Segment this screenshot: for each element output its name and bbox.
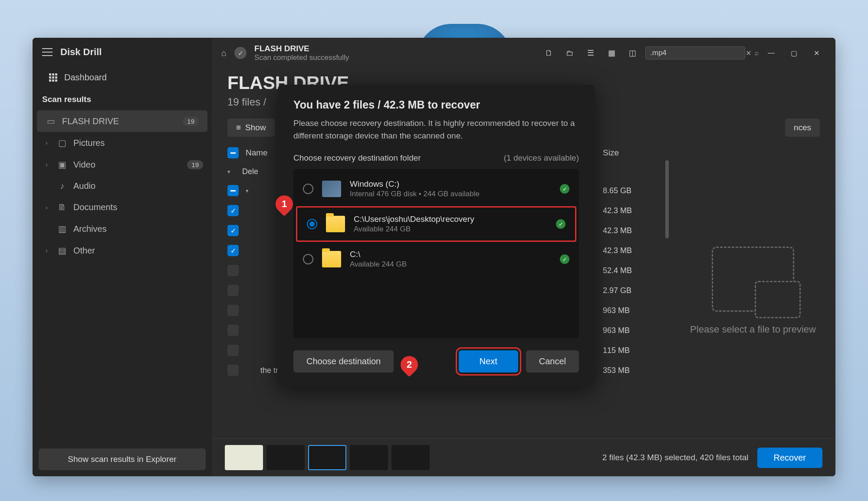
destination-item-windows-c[interactable]: Windows (C:) Internal 476 GB disk • 244 … — [293, 172, 579, 205]
list-icon[interactable]: ☰ — [583, 45, 598, 61]
checkbox[interactable] — [227, 305, 239, 316]
sidebar-item-pictures[interactable]: › ▢ Pictures — [33, 132, 212, 154]
devices-available: (1 devices available) — [504, 153, 579, 163]
sidebar-item-flash-drive[interactable]: ▭ FLASH DRIVE 19 — [37, 110, 207, 132]
size-cell: 42.3 MB — [603, 206, 655, 215]
checkbox[interactable]: ✓ — [227, 225, 239, 236]
sidebar-item-audio[interactable]: ♪ Audio — [33, 175, 212, 197]
search-input[interactable] — [650, 49, 742, 57]
audio-icon: ♪ — [57, 181, 67, 191]
bottom-bar: 2 files (42.3 MB) selected, 420 files to… — [212, 438, 835, 476]
show-results-button[interactable]: Show scan results in Explorer — [39, 448, 206, 470]
modal-buttons: Choose destination Next Cancel — [293, 350, 579, 372]
checkbox[interactable]: ✓ — [227, 245, 239, 256]
thumbnail[interactable] — [391, 445, 430, 470]
selection-status: 2 files (42.3 MB) selected, 420 files to… — [602, 453, 749, 462]
folder-icon — [326, 216, 345, 232]
sidebar-item-other[interactable]: › ▤ Other — [33, 240, 212, 261]
modal-description: Please choose recovery destination. It i… — [293, 117, 579, 142]
destination-header: Choose recovery destination folder (1 de… — [293, 153, 579, 163]
sidebar-header: Disk Drill — [33, 38, 212, 66]
sidebar-item-label: Audio — [73, 181, 95, 191]
size-cell: 2.97 GB — [603, 286, 655, 295]
cancel-button[interactable]: Cancel — [526, 350, 579, 372]
show-filter-button[interactable]: ≡Show — [227, 119, 275, 137]
window-controls: — ▢ ✕ — [762, 45, 826, 61]
checkbox[interactable] — [227, 185, 239, 196]
sidebar-item-video[interactable]: › ▣ Video 19 — [33, 154, 212, 175]
panel-icon[interactable]: ◫ — [625, 45, 640, 61]
checkbox[interactable] — [227, 285, 239, 296]
disk-icon — [322, 181, 341, 197]
search-icon[interactable]: ⌕ — [755, 49, 759, 57]
chances-button[interactable]: nces — [785, 119, 820, 137]
drive-status: Scan completed successfully — [254, 53, 533, 62]
checkbox-all[interactable] — [227, 147, 239, 158]
next-button[interactable]: Next — [459, 350, 518, 372]
file-icon[interactable]: 🗋 — [541, 45, 557, 61]
chevron-right-icon: › — [46, 139, 51, 146]
destination-item-recovery-folder[interactable]: C:\Users\joshu\Desktop\recovery Availabl… — [296, 206, 576, 242]
thumbnail[interactable] — [266, 445, 305, 470]
folder-icon — [322, 251, 341, 267]
badge: 19 — [187, 160, 203, 169]
section-title: Scan results — [33, 89, 212, 110]
chevron-down-icon[interactable]: ▾ — [227, 168, 235, 175]
home-icon[interactable]: ⌂ — [221, 48, 227, 58]
thumbnail[interactable] — [225, 445, 263, 470]
preview-placeholder-icon — [712, 247, 794, 312]
search-box[interactable]: ✕ ⌕ — [645, 46, 745, 59]
clear-icon[interactable]: ✕ — [746, 49, 751, 57]
size-cell: 8.65 GB — [603, 186, 655, 195]
destination-sub: Available 244 GB — [354, 225, 547, 234]
choose-label: Choose recovery destination folder — [293, 153, 421, 163]
sidebar-item-documents[interactable]: › 🗎 Documents — [33, 197, 212, 218]
destination-sub: Available 244 GB — [350, 260, 551, 269]
checkbox[interactable]: ✓ — [227, 205, 239, 216]
minimize-button[interactable]: — — [762, 45, 781, 61]
archive-icon: ▥ — [57, 224, 67, 234]
destination-item-c-root[interactable]: C:\ Available 244 GB ✓ — [293, 243, 579, 276]
thumbnail-selected[interactable] — [308, 445, 346, 470]
checkbox[interactable] — [227, 345, 239, 356]
radio-button-selected[interactable] — [307, 219, 317, 229]
thumbnail[interactable] — [350, 445, 388, 470]
recover-button[interactable]: Recover — [757, 448, 822, 468]
col-size[interactable]: Size — [603, 148, 655, 158]
scrollbar[interactable] — [665, 160, 669, 238]
close-button[interactable]: ✕ — [807, 45, 826, 61]
badge: 19 — [183, 117, 199, 126]
app-title: Disk Drill — [60, 46, 102, 58]
check-icon: ✓ — [560, 184, 569, 194]
callout-number: 2 — [407, 359, 412, 370]
other-icon: ▤ — [57, 245, 67, 256]
preview-panel: Please select a file to preview — [671, 143, 835, 438]
grid-icon[interactable]: ▦ — [604, 45, 619, 61]
checkbox[interactable] — [227, 265, 239, 276]
thumbnails — [225, 445, 430, 470]
checkbox[interactable] — [227, 365, 239, 376]
dashboard-icon — [49, 73, 57, 82]
radio-button[interactable] — [303, 184, 313, 194]
destination-sub: Internal 476 GB disk • 244 GB available — [350, 190, 551, 198]
choose-destination-button[interactable]: Choose destination — [293, 350, 394, 372]
dashboard-link[interactable]: Dashboard — [33, 66, 212, 89]
check-icon: ✓ — [560, 254, 569, 264]
doc-icon: 🗎 — [57, 202, 67, 212]
sidebar-item-archives[interactable]: ▥ Archives — [33, 218, 212, 240]
checkbox[interactable] — [227, 325, 239, 336]
status-check-icon: ✓ — [234, 47, 247, 59]
video-icon: ▣ — [57, 159, 67, 170]
size-cell: 963 MB — [603, 306, 655, 315]
chevron-down-icon[interactable]: ▾ — [246, 188, 253, 194]
chevron-right-icon: › — [46, 161, 51, 168]
chevron-right-icon: › — [46, 204, 51, 211]
radio-button[interactable] — [303, 254, 313, 264]
destination-list: Windows (C:) Internal 476 GB disk • 244 … — [293, 169, 579, 338]
sidebar-item-label: Pictures — [73, 138, 105, 148]
hamburger-icon[interactable] — [42, 48, 53, 56]
recovery-modal: You have 2 files / 42.3 MB to recover Pl… — [278, 85, 595, 386]
sidebar-item-label: Other — [73, 246, 95, 256]
maximize-button[interactable]: ▢ — [784, 45, 803, 61]
folder-icon[interactable]: 🗀 — [562, 45, 578, 61]
